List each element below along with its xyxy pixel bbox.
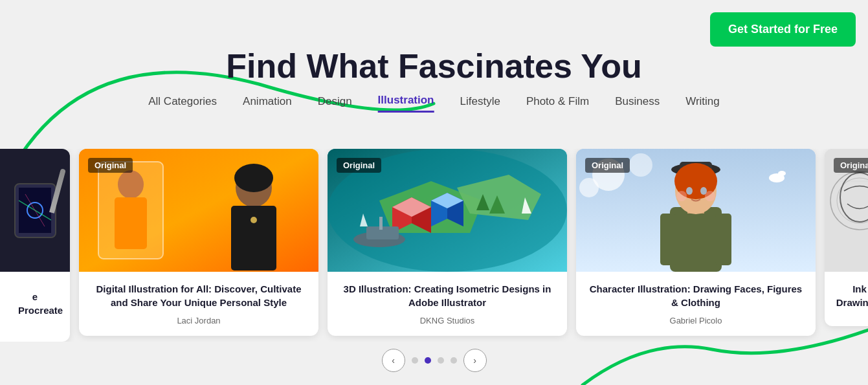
svg-rect-7	[115, 197, 147, 249]
hero-section: Find What Fascinates You	[226, 47, 641, 85]
card-image-character: Original	[576, 149, 816, 272]
card-image-procreate	[0, 149, 70, 272]
card-character[interactable]: Original Character Illustration: Drawing…	[576, 149, 816, 336]
nav-item-animation[interactable]: Animation	[243, 95, 292, 112]
card-title-2: 3D Illustration: Creating Isometric Desi…	[338, 282, 557, 309]
nav-item-lifestyle[interactable]: Lifestyle	[460, 95, 500, 112]
svg-point-11	[250, 217, 257, 223]
pagination-dot-1[interactable]	[412, 357, 418, 364]
pagination-prev[interactable]: ‹	[382, 349, 405, 372]
card-digital-illustration[interactable]: Original Digital Illustration for All: D…	[79, 149, 318, 336]
card-partial-ink[interactable]: Original Ink Drawing T	[825, 149, 868, 326]
header-cta: Get Started for Free	[710, 12, 856, 47]
svg-point-34	[778, 171, 786, 176]
nav-item-photo-film[interactable]: Photo & Film	[526, 95, 589, 112]
svg-rect-24	[379, 217, 383, 230]
original-badge-3: Original	[585, 158, 630, 173]
original-badge-1: Original	[88, 158, 133, 173]
card-title-3: Character Illustration: Drawing Faces, F…	[586, 282, 805, 309]
card-image-isometric: Original	[328, 149, 567, 272]
get-started-button[interactable]: Get Started for Free	[710, 12, 856, 47]
svg-point-43	[686, 187, 693, 195]
original-badge-4: Original	[834, 158, 868, 173]
card-body-procreate: e Procreate	[0, 272, 70, 342]
svg-point-10	[234, 164, 273, 192]
original-badge-2: Original	[337, 158, 381, 173]
svg-point-6	[118, 170, 144, 199]
card-title-ink: Ink Drawing T	[835, 282, 868, 309]
card-body-3: Character Illustration: Drawing Faces, F…	[576, 272, 816, 336]
svg-rect-36	[660, 214, 676, 265]
page-title: Find What Fascinates You	[226, 47, 641, 85]
svg-point-32	[579, 178, 599, 197]
cards-inner: e Procreate	[0, 149, 868, 342]
svg-rect-37	[715, 214, 731, 265]
svg-rect-9	[231, 206, 276, 270]
card-title-procreate: e Procreate	[10, 282, 60, 325]
card-partial-procreate[interactable]: e Procreate	[0, 149, 70, 342]
card-image-ink: Original	[825, 149, 868, 272]
category-nav: All Categories Animation Design Illustra…	[148, 94, 720, 113]
pagination-dot-3[interactable]	[438, 357, 444, 364]
pagination-dot-4[interactable]	[451, 357, 457, 364]
card-body-1: Digital Illustration for All: Discover, …	[79, 272, 318, 336]
svg-point-46	[705, 191, 715, 201]
pagination: ‹ ›	[382, 349, 487, 372]
page-wrapper: Get Started for Free Find What Fascinate…	[0, 0, 868, 385]
nav-item-design[interactable]: Design	[318, 95, 352, 112]
pagination-dot-2[interactable]	[425, 357, 431, 364]
card-author-2: DKNG Studios	[338, 316, 557, 325]
svg-point-31	[629, 153, 652, 177]
card-title-1: Digital Illustration for All: Discover, …	[89, 282, 308, 309]
nav-item-business[interactable]: Business	[615, 95, 660, 112]
nav-item-writing[interactable]: Writing	[685, 95, 720, 112]
card-isometric[interactable]: Original 3D Illustration: Creating Isome…	[328, 149, 567, 336]
nav-item-illustration[interactable]: Illustration	[378, 94, 434, 113]
svg-point-45	[676, 191, 687, 201]
cards-wrapper: e Procreate	[0, 149, 868, 342]
pagination-next[interactable]: ›	[463, 349, 487, 372]
card-image-illustration1: Original	[79, 149, 318, 272]
card-body-ink: Ink Drawing T	[825, 272, 868, 326]
card-author-3: Gabriel Picolo	[586, 316, 805, 325]
card-body-2: 3D Illustration: Creating Isometric Desi…	[328, 272, 567, 336]
card-author-1: Laci Jordan	[89, 316, 308, 325]
nav-item-all-categories[interactable]: All Categories	[148, 95, 217, 112]
svg-rect-35	[670, 207, 722, 272]
